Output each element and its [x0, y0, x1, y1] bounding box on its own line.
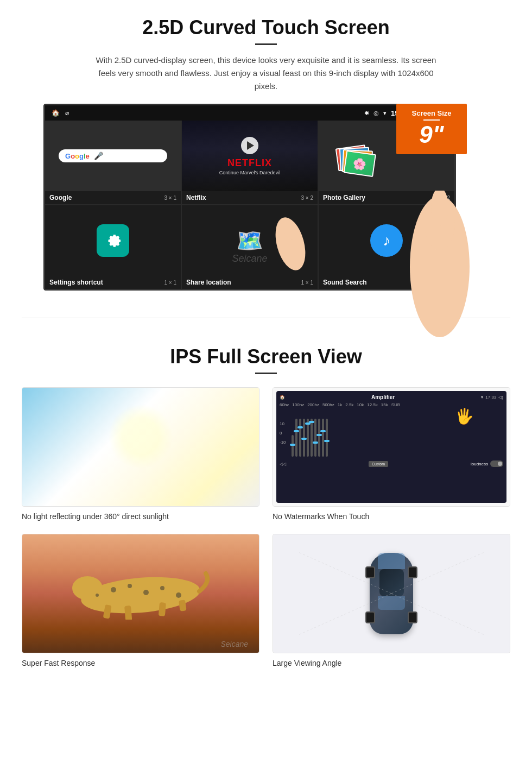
car-body: [370, 553, 413, 634]
wifi-icon: ▾: [383, 110, 387, 117]
eq-bar-8: [318, 419, 320, 457]
eq-slider-2[interactable]: [294, 430, 299, 432]
cheetah-svg: [65, 565, 217, 620]
sunlight-image: [22, 388, 259, 506]
svg-point-11: [176, 592, 181, 598]
eq-slider-8[interactable]: [316, 434, 322, 436]
settings-icon-bg: [97, 224, 129, 257]
eq-label-500hz: 500hz: [322, 402, 334, 407]
section-ips: IPS Full Screen View No light reflecting…: [0, 335, 532, 684]
google-label-row: Google 3 × 1: [45, 191, 181, 204]
netflix-thumbnail: NETFLIX Continue Marvel's Daredevil: [182, 121, 318, 191]
app-cell-share[interactable]: 🗺️ Share location 1 × 1: [182, 205, 318, 289]
eq-bar-10: [326, 419, 328, 457]
settings-label-row: Settings shortcut 1 × 1: [45, 276, 181, 289]
eq-slider-9[interactable]: [320, 430, 326, 432]
eq-bar-1: [292, 435, 294, 457]
share-app-name: Share location: [186, 279, 231, 286]
section1-description: With 2.5D curved-display screen, this de…: [92, 54, 440, 93]
google-app-name: Google: [49, 194, 72, 201]
custom-button[interactable]: Custom: [369, 461, 388, 467]
eq-label-2_5k: 2.5k: [345, 402, 353, 407]
google-logo: Google: [65, 152, 90, 160]
netflix-label-row: Netflix 3 × 2: [182, 191, 318, 204]
amp-status: ▾ 17:33 ◁): [481, 395, 503, 400]
netflix-subtitle: Continue Marvel's Daredevil: [219, 170, 280, 175]
car-rear-window: [378, 596, 405, 610]
app-cell-google[interactable]: Google 🎤 Google 3 × 1: [45, 121, 181, 204]
eq-label-10k: 10k: [357, 402, 364, 407]
mic-icon: 🎤: [94, 152, 103, 160]
amplifier-image: 🏠 Amplifier ▾ 17:33 ◁) 60hz 100hz 200hz: [273, 388, 510, 506]
eq-bar-9: [322, 419, 324, 457]
settings-app-name: Settings shortcut: [49, 279, 103, 286]
loudness-label: loudness: [471, 462, 488, 466]
eq-slider-4[interactable]: [301, 438, 307, 440]
flower-icon: 🌸: [352, 156, 367, 171]
app-cell-settings[interactable]: Settings shortcut 1 × 1: [45, 205, 181, 289]
sunlight-glow: [108, 404, 173, 469]
eq-y-0: 0: [280, 431, 286, 436]
amp-header: 🏠 Amplifier ▾ 17:33 ◁): [280, 394, 503, 400]
section-curved-touch: 2.5D Curved Touch Screen With 2.5D curve…: [0, 0, 532, 301]
eq-slider-6[interactable]: [309, 421, 314, 423]
share-thumbnail: 🗺️: [182, 205, 318, 276]
svg-point-8: [128, 584, 132, 588]
eq-y-axis: 10 0 -10: [280, 421, 286, 445]
eq-slider-1[interactable]: [290, 444, 295, 446]
svg-point-9: [143, 590, 149, 595]
eq-slider-5[interactable]: [305, 422, 311, 425]
screen-size-badge: Screen Size 9": [396, 104, 467, 154]
section2-title: IPS Full Screen View: [22, 345, 510, 368]
amp-back-icon: ◁◁: [280, 462, 286, 466]
feature-amplifier: 🏠 Amplifier ▾ 17:33 ◁) 60hz 100hz 200hz: [273, 387, 510, 521]
eq-bar-2: [295, 419, 297, 457]
settings-thumbnail: [45, 205, 181, 276]
eq-slider-7[interactable]: [313, 441, 318, 444]
location-icon: ◎: [373, 110, 379, 117]
eq-bar-4: [303, 419, 305, 457]
loudness-toggle[interactable]: [490, 460, 503, 467]
eq-slider-3[interactable]: [297, 426, 303, 428]
amp-title: Amplifier: [371, 394, 395, 400]
cheetah-body: [65, 565, 217, 622]
eq-label-1k: 1k: [338, 402, 342, 407]
eq-bar-5: [307, 419, 309, 457]
feature-car: Large Viewing Angle: [273, 534, 510, 667]
section1-title: 2.5D Curved Touch Screen: [33, 16, 499, 39]
amplifier-image-box: 🏠 Amplifier ▾ 17:33 ◁) 60hz 100hz 200hz: [273, 387, 510, 507]
cheetah-image-box: Seicane: [22, 534, 259, 653]
badge-label: Screen Size: [401, 109, 463, 117]
eq-label-100hz: 100hz: [292, 402, 304, 407]
eq-label-60hz: 60hz: [280, 402, 289, 407]
car-image: [273, 534, 510, 653]
gear-icon: [103, 231, 123, 250]
svg-point-7: [111, 587, 116, 592]
netflix-overlay: NETFLIX Continue Marvel's Daredevil: [182, 121, 318, 191]
usb-icon: ⌀: [65, 109, 69, 117]
amplifier-caption: No Watermarks When Touch: [273, 512, 510, 521]
eq-y-minus10: -10: [280, 440, 286, 445]
settings-app-size: 1 × 1: [164, 280, 176, 286]
eq-bar-6: [311, 419, 313, 457]
share-app-size: 1 × 1: [301, 280, 313, 286]
amp-wifi-icon: ▾: [481, 395, 483, 400]
eq-slider-10[interactable]: [324, 440, 330, 442]
car-image-box: [273, 534, 510, 653]
app-cell-netflix[interactable]: NETFLIX Continue Marvel's Daredevil Netf…: [182, 121, 318, 204]
amp-bottom: ◁◁ Custom loudness: [280, 460, 503, 467]
amp-vol-icon: ◁): [498, 395, 503, 400]
cheetah-caption: Super Fast Response: [22, 659, 259, 667]
play-triangle-icon: [247, 141, 254, 150]
hand-pointing: [269, 214, 312, 276]
car-windshield: [378, 553, 405, 569]
eq-bar-7: [314, 419, 316, 457]
play-button[interactable]: [241, 137, 258, 154]
car-roof: [379, 569, 404, 596]
home-small-icon: 🏠: [280, 395, 285, 400]
eq-label-15k: 15k: [381, 402, 388, 407]
eq-bar-3: [299, 419, 301, 457]
google-search-bar[interactable]: Google 🎤: [59, 149, 167, 162]
section2-underline: [255, 373, 277, 374]
sound-app-name: Sound Search: [323, 279, 367, 286]
